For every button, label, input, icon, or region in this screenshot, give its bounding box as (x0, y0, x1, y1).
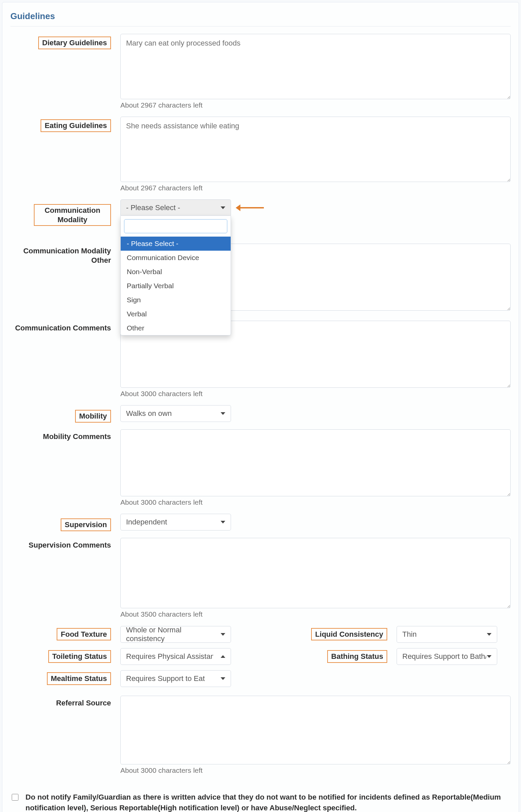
comm-comments-char-count: About 3000 characters left (120, 390, 511, 398)
toileting-status-select-value: Requires Physical Assistance/Equi (126, 652, 213, 661)
comm-modality-select[interactable]: - Please Select - (120, 200, 231, 216)
label-supervision-comments: Supervision Comments (28, 540, 111, 550)
dd-option-other[interactable]: Other (121, 321, 231, 335)
label-bathing-status: Bathing Status (327, 650, 387, 663)
label-mobility: Mobility (75, 410, 111, 423)
comm-modality-search-input[interactable] (124, 219, 227, 233)
label-food-texture: Food Texture (56, 628, 111, 641)
supervision-comments-char-count: About 3500 characters left (120, 610, 511, 618)
liquid-consistency-select-value: Thin (402, 630, 417, 639)
mealtime-status-select-value: Requires Support to Eat (126, 674, 205, 683)
label-comm-modality-other: Communication Modality Other (10, 246, 111, 265)
label-mealtime-status: Mealtime Status (47, 672, 111, 685)
annotation-arrow (236, 204, 264, 211)
toileting-status-select[interactable]: Requires Physical Assistance/Equi (120, 648, 231, 665)
guidelines-panel: Guidelines Dietary Guidelines About 2967… (2, 2, 519, 812)
chevron-down-icon (221, 633, 225, 636)
chevron-down-icon (487, 633, 492, 636)
food-texture-select-value: Whole or Normal consistency (126, 626, 221, 643)
label-liquid-consistency: Liquid Consistency (311, 628, 387, 641)
eating-char-count: About 2967 characters left (120, 184, 511, 192)
supervision-comments-textarea[interactable] (120, 538, 511, 608)
section-title: Guidelines (10, 9, 511, 26)
dd-option-please-select[interactable]: - Please Select - (121, 237, 231, 251)
dd-option-verbal[interactable]: Verbal (121, 307, 231, 321)
label-mobility-comments: Mobility Comments (43, 432, 111, 441)
chevron-down-icon (487, 655, 492, 658)
mobility-comments-textarea[interactable] (120, 429, 511, 496)
label-comm-modality: Communication Modality (34, 204, 111, 226)
eating-guidelines-textarea[interactable] (120, 117, 511, 182)
label-comm-comments: Communication Comments (15, 323, 111, 333)
referral-char-count: About 3000 characters left (120, 766, 511, 774)
chevron-up-icon (221, 655, 225, 658)
divider (10, 26, 511, 26)
chevron-down-icon (221, 206, 225, 209)
dietary-char-count: About 2967 characters left (120, 101, 511, 109)
label-referral-source: Referral Source (56, 698, 111, 708)
mealtime-status-select[interactable]: Requires Support to Eat (120, 670, 231, 687)
food-texture-select[interactable]: Whole or Normal consistency (120, 626, 231, 643)
referral-source-textarea[interactable] (120, 696, 511, 764)
label-dietary-guidelines: Dietary Guidelines (38, 37, 111, 49)
label-supervision: Supervision (61, 518, 111, 531)
do-not-notify-label: Do not notify Family/Guardian as there i… (25, 792, 511, 812)
liquid-consistency-select[interactable]: Thin (397, 626, 497, 643)
mobility-select-value: Walks on own (126, 409, 172, 418)
mobility-select[interactable]: Walks on own (120, 405, 231, 422)
dd-option-sign[interactable]: Sign (121, 293, 231, 307)
bathing-status-select[interactable]: Requires Support to Bath/Shower (397, 648, 497, 665)
chevron-down-icon (221, 521, 225, 524)
mobility-comments-char-count: About 3000 characters left (120, 498, 511, 506)
chevron-down-icon (221, 677, 225, 680)
bathing-status-select-value: Requires Support to Bath/Shower (402, 652, 486, 661)
supervision-select-value: Independent (126, 518, 167, 527)
dd-option-non-verbal[interactable]: Non-Verbal (121, 265, 231, 279)
label-toileting-status: Toileting Status (48, 650, 111, 663)
supervision-select[interactable]: Independent (120, 514, 231, 531)
chevron-down-icon (221, 412, 225, 415)
comm-modality-select-value: - Please Select - (126, 203, 180, 212)
label-eating-guidelines: Eating Guidelines (41, 119, 111, 132)
dd-option-communication-device[interactable]: Communication Device (121, 251, 231, 265)
do-not-notify-checkbox[interactable] (12, 794, 19, 801)
dietary-guidelines-textarea[interactable] (120, 34, 511, 99)
dd-option-partially-verbal[interactable]: Partially Verbal (121, 279, 231, 293)
